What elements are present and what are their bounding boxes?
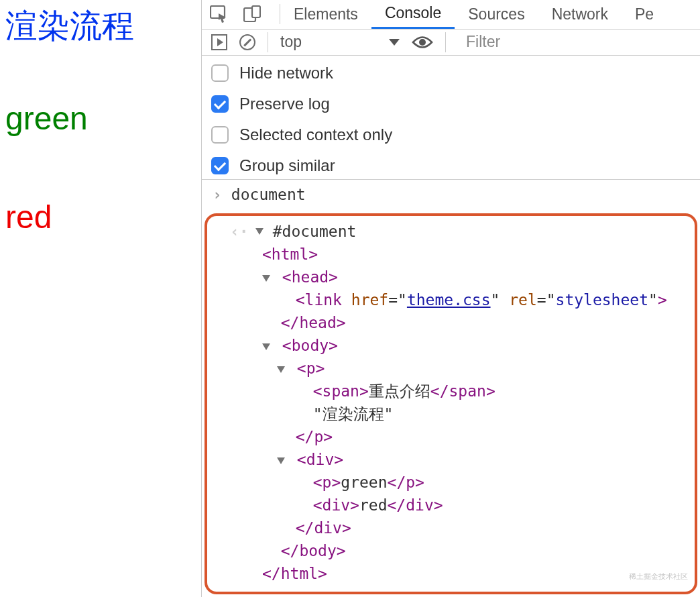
tree-row[interactable]: </head> — [239, 311, 689, 334]
console-filter-input[interactable] — [458, 33, 700, 51]
rendered-page-pane: 渲染流程 green red — [0, 0, 201, 597]
tab-sources[interactable]: Sources — [455, 0, 538, 29]
tree-row[interactable]: <div>red</div> — [239, 494, 689, 517]
toggle-device-toolbar-icon[interactable] — [243, 5, 261, 23]
tab-performance[interactable]: Pe — [622, 0, 667, 29]
tree-row[interactable]: <html> — [239, 243, 689, 266]
option-group-similar[interactable]: Group similar — [211, 156, 691, 175]
live-expression-icon[interactable] — [412, 35, 433, 50]
tab-elements[interactable]: Elements — [280, 0, 371, 29]
tree-row[interactable]: <head> — [239, 266, 689, 288]
console-input-text: document — [231, 183, 306, 206]
dom-tree: <html> <head> <link href="theme.css" rel… — [230, 243, 689, 585]
tab-console[interactable]: Console — [371, 0, 455, 29]
option-label: Group similar — [239, 156, 335, 175]
chevron-down-icon — [389, 39, 400, 46]
option-selected-context-only[interactable]: Selected context only — [211, 125, 691, 144]
execution-context-select[interactable]: top — [280, 33, 400, 51]
console-input-row[interactable]: › document — [202, 182, 700, 207]
execution-context-label: top — [280, 33, 302, 51]
tree-row[interactable]: </body> — [239, 539, 689, 562]
svg-point-3 — [419, 39, 426, 46]
divider — [445, 32, 446, 52]
tree-row[interactable]: <span>重点介绍</span> — [239, 380, 689, 402]
inspect-element-icon[interactable] — [210, 5, 229, 23]
console-output: › document ‹· #document <html> <head> <l… — [202, 180, 700, 597]
tree-row[interactable]: <p>green</p> — [239, 471, 689, 494]
option-preserve-log[interactable]: Preserve log — [211, 95, 691, 113]
svg-rect-2 — [252, 6, 260, 17]
option-label: Selected context only — [239, 125, 392, 144]
console-return-value[interactable]: ‹· #document <html> <head> <link href="t… — [205, 213, 697, 594]
tree-row[interactable]: <p> — [239, 357, 689, 380]
checkbox-checked-icon — [211, 157, 229, 174]
checkbox-unchecked-icon — [211, 64, 229, 82]
devtools-tab-strip: Elements Console Sources Network Pe — [202, 0, 700, 30]
document-node-label: #document — [273, 220, 357, 243]
tree-row[interactable]: <body> — [239, 334, 689, 357]
devtools-pane: Elements Console Sources Network Pe top — [201, 0, 700, 597]
tree-row[interactable]: <div> — [239, 448, 689, 471]
prompt-chevron-icon: › — [213, 183, 222, 206]
console-sidebar-toggle-icon[interactable] — [211, 34, 227, 50]
page-green-text: green — [5, 99, 196, 138]
console-settings: Hide network Preserve log Selected conte… — [202, 56, 700, 180]
clear-console-icon[interactable] — [239, 34, 255, 50]
tab-network[interactable]: Network — [538, 0, 622, 29]
checkbox-checked-icon — [211, 95, 229, 113]
page-heading: 渲染流程 — [5, 7, 196, 46]
tree-row[interactable]: </html> — [239, 562, 689, 585]
disclosure-triangle-icon — [255, 228, 264, 235]
option-label: Hide network — [239, 64, 333, 83]
watermark: 稀土掘金技术社区 — [629, 565, 688, 588]
checkbox-unchecked-icon — [211, 126, 229, 144]
console-toolbar: top — [202, 30, 700, 56]
divider — [268, 32, 268, 52]
tree-row[interactable]: <link href="theme.css" rel="stylesheet"> — [239, 288, 689, 311]
return-chevron-icon: ‹· — [230, 220, 249, 243]
option-hide-network[interactable]: Hide network — [211, 64, 691, 83]
tree-row[interactable]: </div> — [239, 517, 689, 539]
option-label: Preserve log — [239, 95, 330, 113]
tree-row[interactable]: "渲染流程" — [239, 402, 689, 425]
tree-row[interactable]: </p> — [239, 425, 689, 448]
page-red-text: red — [5, 198, 196, 237]
